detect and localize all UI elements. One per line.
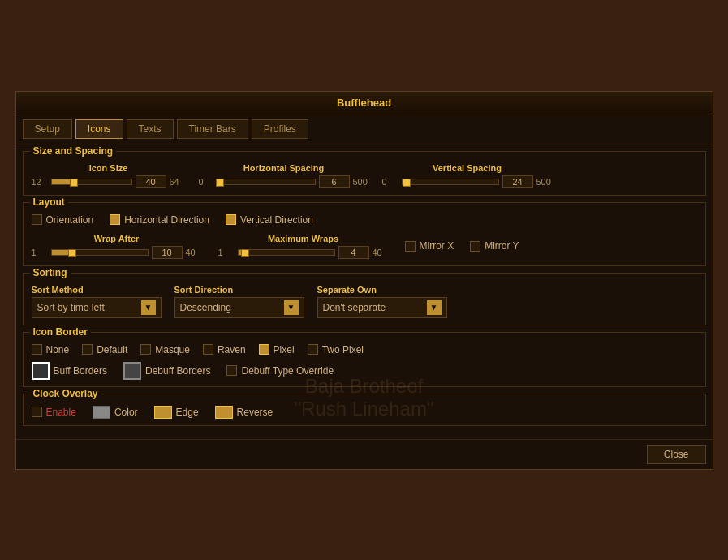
border-none-checkbox[interactable] — [32, 344, 42, 355]
mirror-y-label: Mirror Y — [485, 240, 519, 252]
layout-row2: Wrap After 1 10 40 Max — [32, 234, 697, 259]
mirror-y-group: Mirror Y — [470, 240, 519, 252]
clock-edge-label: Edge — [176, 407, 199, 418]
border-default-group: Default — [82, 344, 127, 355]
clock-reverse-label: Reverse — [237, 407, 274, 418]
content-area: Size and Spacing Icon Size 12 40 — [16, 144, 713, 439]
clock-edge-swatch[interactable] — [154, 406, 172, 419]
h-spacing-min: 0 — [199, 177, 215, 187]
clock-enable-checkbox[interactable] — [32, 407, 42, 417]
border-row2: Buff Borders Debuff Borders Debuff Type … — [32, 362, 697, 380]
icon-size-controls: 12 40 64 — [32, 175, 186, 188]
border-two-pixel-checkbox[interactable] — [308, 344, 318, 355]
icon-border-section: Icon Border None Default Masque — [23, 332, 706, 387]
v-spacing-slider[interactable] — [402, 179, 499, 185]
border-masque-label: Masque — [155, 344, 190, 355]
debuff-type-override-checkbox[interactable] — [226, 365, 237, 376]
clock-enable-label: Enable — [46, 407, 76, 418]
max-wraps-controls: 1 4 40 — [218, 246, 389, 259]
main-window: Bufflehead Setup Icons Texts Timer Bars … — [15, 91, 713, 470]
border-none-label: None — [46, 344, 70, 355]
separate-own-value: Don't separate — [323, 302, 386, 313]
size-and-spacing-title: Size and Spacing — [30, 145, 117, 157]
icon-size-group: Icon Size 12 40 64 — [32, 163, 186, 188]
sort-method-dropdown[interactable]: Sort by time left ▼ — [32, 297, 162, 318]
tab-texts[interactable]: Texts — [127, 119, 174, 139]
sort-method-label: Sort Method — [32, 285, 162, 295]
border-masque-checkbox[interactable] — [140, 344, 151, 355]
debuff-borders-preview[interactable] — [123, 362, 141, 380]
buff-borders-preview[interactable] — [32, 362, 50, 380]
icon-size-max: 64 — [170, 177, 186, 187]
wrap-after-label: Wrap After — [32, 234, 202, 243]
border-default-label: Default — [97, 344, 127, 355]
layout-section: Layout Orientation Horizontal Direction … — [23, 202, 706, 266]
v-spacing-controls: 0 24 500 — [382, 175, 553, 188]
border-options-row: None Default Masque Raven — [32, 344, 697, 355]
clock-overlay-title: Clock Overlay — [30, 388, 101, 399]
debuff-borders-group: Debuff Borders — [123, 362, 211, 380]
sorting-title: Sorting — [30, 267, 71, 278]
v-spacing-max: 500 — [536, 177, 553, 187]
tab-icons[interactable]: Icons — [75, 119, 123, 139]
spacing-row: Icon Size 12 40 64 Hor — [32, 163, 697, 188]
icon-border-title: Icon Border — [30, 326, 91, 338]
tab-bar: Setup Icons Texts Timer Bars Profiles — [16, 114, 713, 144]
clock-color-swatch[interactable] — [93, 406, 110, 419]
h-spacing-group: Horizontal Spacing 0 6 500 — [199, 163, 369, 188]
clock-reverse-group: Reverse — [215, 406, 274, 419]
close-button[interactable]: Close — [647, 445, 706, 464]
tab-timer-bars[interactable]: Timer Bars — [177, 119, 248, 139]
sort-method-value: Sort by time left — [37, 302, 105, 313]
sort-direction-label: Sort Direction — [174, 285, 304, 295]
sort-method-group: Sort Method Sort by time left ▼ — [32, 285, 162, 318]
vertical-direction-group: Vertical Direction — [226, 214, 313, 226]
border-two-pixel-group: Two Pixel — [308, 344, 364, 355]
orientation-label: Orientation — [46, 214, 94, 226]
clock-enable-group: Enable — [32, 407, 76, 418]
border-two-pixel-label: Two Pixel — [322, 344, 364, 355]
footer: Close — [16, 439, 713, 469]
icon-size-label: Icon Size — [32, 163, 186, 173]
max-wraps-group: Maximum Wraps 1 4 40 — [218, 234, 389, 259]
max-wraps-min: 1 — [218, 248, 235, 257]
wrap-after-min: 1 — [32, 248, 48, 257]
tab-profiles[interactable]: Profiles — [252, 119, 308, 139]
orientation-checkbox[interactable] — [32, 214, 42, 225]
max-wraps-slider[interactable] — [238, 249, 335, 256]
border-default-checkbox[interactable] — [82, 344, 93, 355]
title-bar: Bufflehead — [16, 92, 713, 114]
h-spacing-slider[interactable] — [218, 179, 316, 185]
horizontal-direction-checkbox[interactable] — [110, 214, 120, 225]
v-spacing-min: 0 — [382, 177, 398, 187]
h-spacing-controls: 0 6 500 — [199, 175, 369, 188]
border-raven-checkbox[interactable] — [203, 344, 213, 355]
tab-setup[interactable]: Setup — [23, 119, 72, 139]
v-spacing-input[interactable]: 24 — [502, 175, 533, 188]
separate-own-dropdown[interactable]: Don't separate ▼ — [317, 297, 447, 318]
horizontal-direction-group: Horizontal Direction — [110, 214, 209, 226]
h-spacing-input[interactable]: 6 — [319, 175, 350, 188]
mirror-x-label: Mirror X — [420, 240, 454, 252]
h-spacing-max: 500 — [353, 177, 369, 187]
wrap-after-slider[interactable] — [51, 249, 149, 256]
mirror-y-checkbox[interactable] — [470, 241, 480, 252]
mirror-x-checkbox[interactable] — [405, 241, 416, 252]
max-wraps-input[interactable]: 4 — [338, 246, 369, 259]
clock-color-group: Color — [93, 406, 138, 419]
wrap-after-input[interactable]: 10 — [152, 246, 183, 259]
clock-edge-group: Edge — [154, 406, 199, 419]
border-pixel-group: Pixel — [259, 344, 295, 355]
icon-size-slider[interactable] — [51, 179, 132, 185]
sort-direction-arrow: ▼ — [284, 300, 299, 315]
max-wraps-max: 40 — [373, 248, 389, 257]
debuff-type-override-group: Debuff Type Override — [226, 365, 334, 377]
clock-reverse-swatch[interactable] — [215, 406, 233, 419]
border-masque-group: Masque — [140, 344, 190, 355]
sort-direction-dropdown[interactable]: Descending ▼ — [174, 297, 304, 318]
wrap-after-max: 40 — [186, 248, 202, 257]
icon-size-input[interactable]: 40 — [136, 175, 166, 188]
clock-row: Enable Color Edge Reverse — [32, 406, 697, 419]
border-pixel-checkbox[interactable] — [259, 344, 269, 355]
vertical-direction-checkbox[interactable] — [226, 214, 236, 225]
